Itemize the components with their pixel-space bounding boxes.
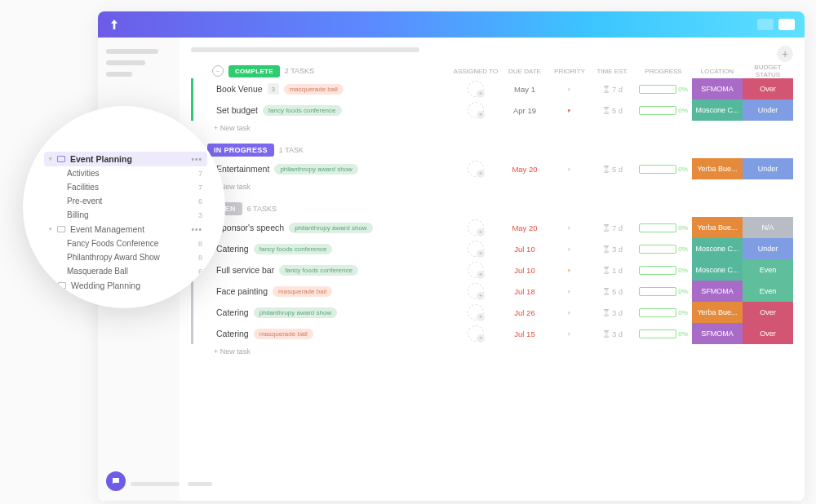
task-tag[interactable]: philanthropy award show — [254, 307, 338, 318]
sidebar-list-item[interactable]: Activities7 — [44, 166, 207, 180]
priority-flag-icon[interactable] — [565, 308, 574, 316]
group-toggle[interactable]: − — [212, 65, 224, 77]
sidebar-list-item[interactable]: Pre-event6 — [44, 194, 207, 208]
task-tag[interactable]: fancy foods conference — [263, 105, 342, 116]
time-estimate-cell[interactable]: 7 d — [590, 223, 635, 233]
due-date-cell[interactable]: Apr 19 — [500, 105, 549, 116]
task-tag[interactable]: masquerade ball — [284, 84, 344, 95]
new-task-button[interactable]: + New task — [191, 179, 793, 192]
due-date-cell[interactable]: Jul 26 — [500, 307, 549, 318]
time-estimate-cell[interactable]: 5 d — [590, 164, 635, 175]
task-row[interactable]: Cateringfancy foods conferenceJul 103 d0… — [191, 238, 793, 259]
task-row[interactable]: Cateringphilanthropy award showJul 263 d… — [191, 302, 793, 323]
time-estimate-cell[interactable]: 3 d — [590, 244, 635, 254]
sidebar-folder-item[interactable]: ▾Event Management••• — [44, 222, 207, 237]
task-row[interactable]: Cateringmasquerade ballJul 153 d0%SFMOMA… — [191, 323, 793, 344]
location-cell[interactable]: SFMOMA — [692, 281, 743, 302]
task-row[interactable]: Entertainmentphilanthropy award showMay … — [191, 158, 793, 179]
budget-status-cell[interactable]: Over — [743, 302, 793, 323]
due-date-cell[interactable]: Jul 10 — [500, 265, 549, 276]
task-row[interactable]: Book Venue3masquerade ballMay 17 d0%SFMO… — [191, 78, 793, 99]
priority-flag-icon[interactable] — [565, 329, 574, 338]
budget-status-cell[interactable]: Under — [743, 99, 793, 121]
sidebar-list-item[interactable]: Philanthropy Award Show8 — [44, 250, 207, 264]
task-tag[interactable]: philanthropy award show — [289, 223, 373, 233]
location-cell[interactable]: Moscone C... — [692, 259, 743, 281]
progress-cell[interactable]: 0% — [635, 223, 692, 233]
task-tag[interactable]: fancy foods conference — [254, 244, 333, 254]
task-tag[interactable]: philanthropy award show — [274, 164, 358, 175]
budget-status-cell[interactable]: Under — [743, 158, 793, 179]
budget-status-cell[interactable]: N/A — [743, 217, 793, 238]
budget-status-cell[interactable]: Over — [743, 78, 793, 99]
more-icon[interactable]: ••• — [191, 155, 202, 164]
budget-status-cell[interactable]: Under — [743, 238, 793, 259]
due-date-cell[interactable]: Jul 10 — [500, 244, 549, 254]
task-tag[interactable]: masquerade ball — [254, 329, 313, 339]
task-tag[interactable]: masquerade ball — [273, 286, 332, 297]
new-task-button[interactable]: + New task — [191, 121, 793, 134]
due-date-cell[interactable]: Jul 15 — [500, 329, 549, 339]
priority-flag-icon[interactable] — [565, 287, 574, 295]
task-row[interactable]: Set budgetfancy foods conferenceApr 195 … — [191, 99, 793, 121]
priority-flag-icon[interactable] — [565, 266, 574, 274]
new-task-button[interactable]: + New task — [191, 344, 793, 357]
time-estimate-cell[interactable]: 5 d — [590, 105, 635, 116]
assignee-add-button[interactable] — [468, 161, 484, 177]
sidebar-list-item[interactable]: Facilities7 — [44, 180, 207, 194]
progress-cell[interactable]: 0% — [635, 105, 692, 116]
progress-cell[interactable]: 0% — [635, 286, 692, 297]
add-column-button[interactable]: + — [777, 46, 793, 62]
assignee-add-button[interactable] — [468, 81, 484, 97]
assignee-add-button[interactable] — [468, 241, 484, 257]
due-date-cell[interactable]: May 20 — [500, 223, 549, 233]
progress-cell[interactable]: 0% — [635, 265, 692, 276]
assignee-add-button[interactable] — [468, 262, 484, 278]
budget-status-cell[interactable]: Even — [743, 259, 793, 281]
task-row[interactable]: Face paintingmasquerade ballJul 185 d0%S… — [191, 281, 793, 302]
location-cell[interactable]: Yerba Bue... — [692, 158, 743, 179]
task-row[interactable]: Full service barfancy foods conferenceJu… — [191, 259, 793, 281]
time-estimate-cell[interactable]: 5 d — [590, 286, 635, 297]
location-cell[interactable]: Yerba Bue... — [692, 302, 743, 323]
budget-status-cell[interactable]: Even — [743, 281, 793, 302]
progress-cell[interactable]: 0% — [635, 307, 692, 318]
time-estimate-cell[interactable]: 3 d — [590, 307, 635, 318]
progress-cell[interactable]: 0% — [635, 244, 692, 254]
task-row[interactable]: Sponsor's speechphilanthropy award showM… — [191, 217, 793, 238]
time-estimate-cell[interactable]: 7 d — [590, 84, 635, 95]
location-cell[interactable]: SFMOMA — [692, 78, 743, 99]
due-date-cell[interactable]: May 1 — [500, 84, 549, 95]
assignee-add-button[interactable] — [468, 325, 484, 342]
assignee-add-button[interactable] — [468, 304, 484, 321]
priority-flag-icon[interactable] — [565, 223, 574, 232]
more-icon[interactable]: ••• — [191, 225, 202, 234]
priority-flag-icon[interactable] — [565, 165, 574, 173]
assignee-add-button[interactable] — [468, 102, 484, 118]
window-control-max[interactable] — [778, 19, 795, 30]
assignee-add-button[interactable] — [468, 219, 484, 236]
priority-flag-icon[interactable] — [565, 106, 574, 114]
time-estimate-cell[interactable]: 1 d — [590, 265, 635, 276]
location-cell[interactable]: SFMOMA — [692, 323, 743, 344]
priority-flag-icon[interactable] — [565, 85, 574, 93]
window-control-min[interactable] — [757, 19, 774, 30]
location-cell[interactable]: Moscone C... — [692, 99, 743, 121]
location-cell[interactable]: Moscone C... — [692, 238, 743, 259]
sidebar-folder-item[interactable]: ▾Event Planning••• — [44, 152, 207, 166]
priority-flag-icon[interactable] — [565, 245, 574, 253]
due-date-cell[interactable]: Jul 18 — [500, 286, 549, 297]
chat-fab-button[interactable] — [106, 471, 126, 491]
budget-status-cell[interactable]: Over — [743, 323, 793, 344]
progress-cell[interactable]: 0% — [635, 164, 692, 175]
sidebar-list-item[interactable]: Masquerade Ball6 — [44, 264, 207, 278]
task-tag[interactable]: fancy foods conference — [279, 265, 358, 276]
sidebar-list-item[interactable]: Billing3 — [44, 208, 207, 222]
time-estimate-cell[interactable]: 3 d — [590, 329, 635, 339]
progress-cell[interactable]: 0% — [635, 84, 692, 95]
location-cell[interactable]: Yerba Bue... — [692, 217, 743, 238]
sidebar-list-item[interactable]: Fancy Foods Conference8 — [44, 237, 207, 250]
assignee-add-button[interactable] — [468, 283, 484, 299]
progress-cell[interactable]: 0% — [635, 329, 692, 339]
due-date-cell[interactable]: May 20 — [500, 164, 549, 175]
